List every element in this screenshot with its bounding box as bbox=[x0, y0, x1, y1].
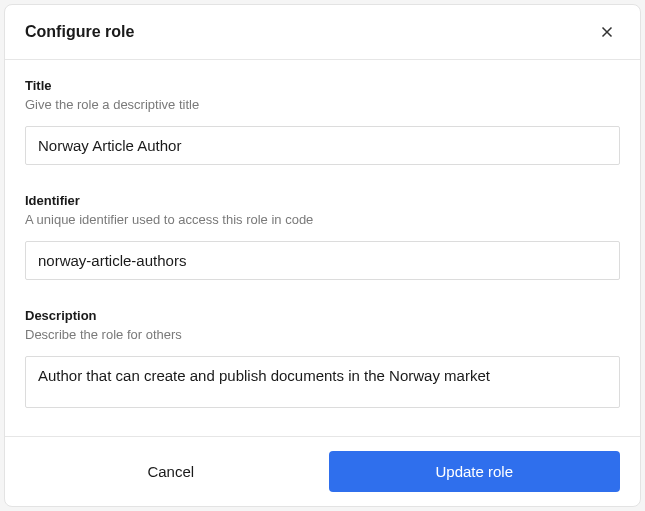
title-label: Title bbox=[25, 78, 620, 93]
title-field: Title Give the role a descriptive title bbox=[25, 78, 620, 165]
identifier-label: Identifier bbox=[25, 193, 620, 208]
identifier-field: Identifier A unique identifier used to a… bbox=[25, 193, 620, 280]
description-help: Describe the role for others bbox=[25, 327, 620, 342]
description-label: Description bbox=[25, 308, 620, 323]
description-field: Description Describe the role for others bbox=[25, 308, 620, 412]
identifier-help: A unique identifier used to access this … bbox=[25, 212, 620, 227]
cancel-button[interactable]: Cancel bbox=[25, 451, 317, 492]
configure-role-dialog: Configure role Title Give the role a des… bbox=[4, 4, 641, 507]
dialog-footer: Cancel Update role bbox=[5, 436, 640, 506]
dialog-title: Configure role bbox=[25, 23, 134, 41]
update-role-button[interactable]: Update role bbox=[329, 451, 621, 492]
close-button[interactable] bbox=[594, 19, 620, 45]
description-input[interactable] bbox=[25, 356, 620, 408]
title-help: Give the role a descriptive title bbox=[25, 97, 620, 112]
identifier-input[interactable] bbox=[25, 241, 620, 280]
dialog-header: Configure role bbox=[5, 5, 640, 60]
title-input[interactable] bbox=[25, 126, 620, 165]
close-icon bbox=[598, 23, 616, 41]
dialog-body: Title Give the role a descriptive title … bbox=[5, 60, 640, 436]
